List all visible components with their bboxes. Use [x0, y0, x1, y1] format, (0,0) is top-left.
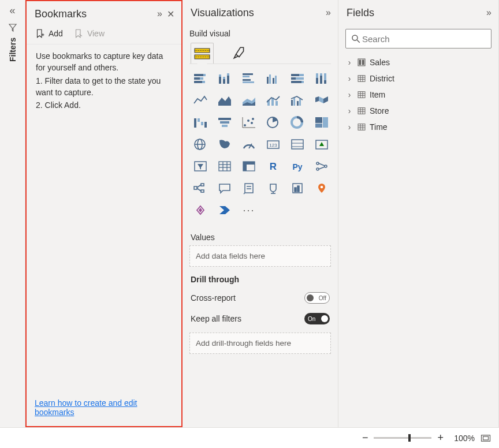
line-stacked-column-icon[interactable]	[263, 92, 283, 109]
hundred-stacked-bar-icon[interactable]	[288, 70, 307, 87]
svg-rect-14	[227, 76, 229, 84]
r-visual-icon[interactable]: R	[263, 158, 283, 175]
table-icon	[357, 74, 366, 83]
svg-rect-7	[200, 77, 203, 80]
line-chart-icon[interactable]	[191, 92, 210, 109]
paginated-report-icon[interactable]	[288, 180, 307, 197]
format-icon	[232, 46, 247, 61]
svg-marker-48	[323, 96, 328, 103]
collapse-icon[interactable]: »	[486, 8, 491, 18]
funnel-chart-icon[interactable]	[215, 114, 234, 131]
table-icon[interactable]	[215, 158, 234, 175]
search-input[interactable]	[361, 33, 486, 44]
svg-rect-19	[243, 81, 254, 83]
bookmarks-learn-link[interactable]: Learn how to create and edit bookmarks	[27, 393, 181, 426]
table-icon	[357, 106, 366, 115]
close-icon[interactable]: ✕	[167, 9, 174, 20]
collapse-icon[interactable]: »	[157, 9, 162, 19]
fields-table-item[interactable]: › Item	[342, 87, 495, 103]
fit-to-page-button[interactable]	[481, 434, 491, 442]
format-visual-tab[interactable]	[228, 43, 251, 64]
power-automate-icon[interactable]	[215, 201, 234, 219]
svg-rect-25	[291, 74, 299, 76]
svg-rect-136	[482, 435, 490, 441]
map-icon[interactable]	[191, 136, 210, 153]
treemap-icon[interactable]	[312, 114, 332, 131]
kpi-icon[interactable]	[312, 136, 332, 153]
values-field-well[interactable]: Add data fields here	[189, 245, 331, 267]
line-clustered-column-icon[interactable]	[288, 92, 307, 109]
visualizations-pane: Visualizations » Build visual	[183, 0, 338, 427]
goals-icon[interactable]	[263, 180, 283, 197]
arcgis-map-icon[interactable]	[312, 180, 332, 197]
hundred-stacked-column-icon[interactable]	[312, 70, 332, 87]
stacked-column-chart-icon[interactable]	[215, 70, 234, 87]
drill-through-field-well[interactable]: Add drill-through fields here	[189, 333, 331, 354]
donut-chart-icon[interactable]	[288, 114, 307, 131]
fields-table-district[interactable]: › District	[342, 70, 495, 87]
bookmarks-pane: Bookmarks » ✕ Add View Use bookmarks to …	[25, 0, 183, 427]
matrix-icon[interactable]	[239, 158, 259, 175]
pie-chart-icon[interactable]	[263, 114, 283, 131]
collapse-icon[interactable]: »	[326, 8, 331, 18]
waterfall-chart-icon[interactable]	[191, 114, 210, 131]
zoom-in-button[interactable]: +	[437, 432, 444, 444]
svg-rect-73	[292, 140, 303, 149]
slicer-icon[interactable]	[191, 158, 210, 175]
svg-line-112	[357, 40, 360, 43]
key-influencers-icon[interactable]	[312, 158, 332, 175]
fields-table-sales[interactable]: › Sales	[342, 54, 495, 70]
svg-rect-105	[295, 188, 296, 192]
zoom-out-button[interactable]: −	[362, 432, 368, 444]
svg-rect-42	[291, 100, 293, 106]
fields-pane: Fields » › Sales › District › Item	[338, 0, 499, 427]
decomposition-tree-icon[interactable]	[191, 180, 210, 197]
svg-rect-137	[483, 436, 489, 440]
add-bookmark-button[interactable]: Add	[35, 28, 63, 39]
area-chart-icon[interactable]	[215, 92, 234, 109]
svg-point-91	[316, 168, 319, 170]
qa-visual-icon[interactable]	[215, 180, 234, 197]
svg-rect-96	[201, 184, 204, 186]
svg-rect-15	[227, 73, 229, 76]
python-visual-icon[interactable]: Py	[288, 158, 307, 175]
svg-text:Py: Py	[292, 162, 302, 171]
svg-rect-53	[218, 118, 231, 120]
chevron-right-icon: ›	[345, 122, 353, 132]
gauge-icon[interactable]	[239, 136, 259, 153]
cross-report-toggle[interactable]: Off	[304, 292, 330, 304]
filled-map-icon[interactable]	[215, 136, 234, 153]
svg-rect-8	[194, 81, 202, 83]
ribbon-chart-icon[interactable]	[312, 92, 332, 109]
scatter-chart-icon[interactable]	[239, 114, 259, 131]
svg-rect-121	[358, 92, 365, 98]
filter-icon[interactable]	[8, 23, 18, 33]
multi-row-card-icon[interactable]	[288, 136, 307, 153]
keep-filters-toggle[interactable]: On	[304, 313, 330, 324]
cross-report-row: Cross-report Off	[183, 288, 338, 308]
collapse-chevron-icon[interactable]: «	[9, 5, 15, 17]
smart-narrative-icon[interactable]	[239, 180, 259, 197]
fields-search[interactable]	[345, 29, 491, 48]
svg-rect-64	[315, 117, 322, 123]
fields-table-store[interactable]: › Store	[342, 103, 495, 119]
svg-line-93	[319, 163, 325, 166]
clustered-bar-chart-icon[interactable]	[239, 70, 259, 87]
svg-text:R: R	[270, 161, 277, 172]
stacked-bar-chart-icon[interactable]	[191, 70, 210, 87]
card-icon[interactable]: 123	[263, 136, 283, 153]
status-bar: − + 100%	[0, 427, 499, 448]
clustered-column-chart-icon[interactable]	[263, 70, 283, 87]
zoom-slider[interactable]	[374, 437, 431, 439]
build-visual-tab[interactable]	[191, 43, 214, 64]
svg-rect-44	[297, 101, 299, 106]
svg-rect-52	[204, 122, 207, 128]
more-visuals-icon[interactable]: ···	[239, 201, 259, 219]
svg-rect-31	[316, 78, 318, 84]
svg-rect-18	[243, 79, 251, 81]
fields-table-time[interactable]: › Time	[342, 119, 495, 135]
svg-text:123: 123	[269, 143, 277, 148]
power-apps-icon[interactable]	[191, 201, 210, 219]
svg-rect-106	[297, 186, 299, 192]
stacked-area-chart-icon[interactable]	[239, 92, 259, 109]
